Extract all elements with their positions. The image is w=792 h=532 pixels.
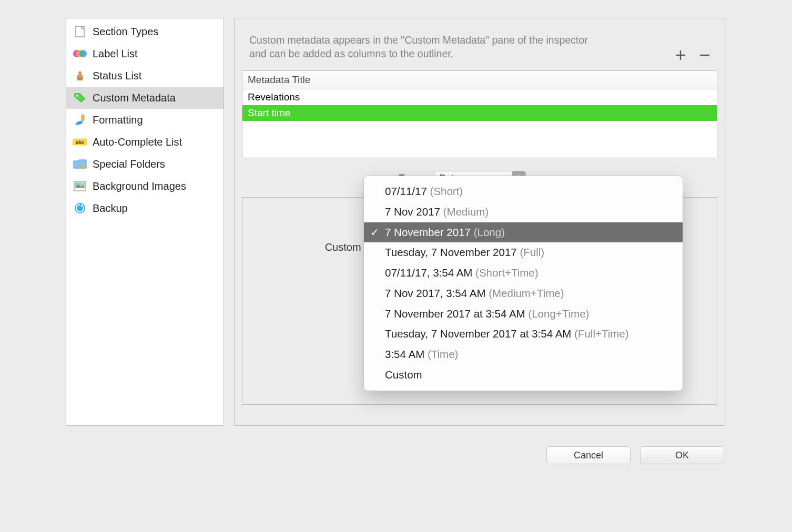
ok-button[interactable]: OK <box>640 446 724 464</box>
cancel-button[interactable]: Cancel <box>546 446 631 464</box>
dialog-footer: Cancel OK <box>53 438 739 472</box>
refresh-icon <box>73 202 87 214</box>
metadata-table-header[interactable]: Metadata Title <box>242 71 717 89</box>
overlapping-circles-icon <box>73 48 87 59</box>
svg-point-10 <box>82 183 84 185</box>
sidebar-item-status-list[interactable]: Status List <box>66 65 224 87</box>
paintbrush-icon <box>73 114 87 126</box>
sidebar-item-label: Custom Metadata <box>93 92 176 104</box>
sidebar-item-formatting[interactable]: Formatting <box>66 109 224 131</box>
format-dropdown-menu[interactable]: 07/11/17 (Short) 7 Nov 2017 (Medium) 7 N… <box>363 176 683 391</box>
category-sidebar: Section Types Label List Status List Cus… <box>66 18 224 426</box>
option-main: 7 November 2017 <box>385 226 471 238</box>
svg-point-3 <box>79 50 87 57</box>
option-suffix: (Short+Time) <box>472 267 538 279</box>
format-option-full[interactable]: Tuesday, 7 November 2017 (Full) <box>364 242 683 263</box>
add-metadata-button[interactable] <box>673 48 688 63</box>
option-suffix: (Full+Time) <box>571 328 628 340</box>
option-main: 7 Nov 2017 <box>385 206 440 218</box>
option-suffix: (Medium+Time) <box>485 287 564 299</box>
metadata-table-blank[interactable] <box>242 121 717 158</box>
sidebar-item-label-list[interactable]: Label List <box>66 43 224 65</box>
picture-icon <box>73 180 87 192</box>
sidebar-item-backup[interactable]: Backup <box>66 197 224 219</box>
option-suffix: (Time) <box>424 348 458 360</box>
format-option-custom[interactable]: Custom <box>364 365 683 385</box>
table-row[interactable]: Revelations <box>242 89 717 105</box>
format-option-medium[interactable]: 7 Nov 2017 (Medium) <box>364 202 683 222</box>
sidebar-item-label: Section Types <box>93 26 158 38</box>
option-main: Tuesday, 7 November 2017 <box>385 246 517 258</box>
option-main: 07/11/17 <box>385 185 427 197</box>
svg-point-4 <box>76 95 78 97</box>
option-main: 07/11/17, 3:54 AM <box>385 267 472 279</box>
remove-metadata-button[interactable] <box>697 48 712 63</box>
stamp-icon <box>73 70 87 81</box>
abc-icon: abc <box>73 136 87 148</box>
option-suffix: (Medium) <box>440 206 489 218</box>
option-main: 7 November 2017 at 3:54 AM <box>385 308 525 320</box>
sidebar-item-label: Special Folders <box>93 158 165 170</box>
format-option-full-time[interactable]: Tuesday, 7 November 2017 at 3:54 AM (Ful… <box>364 324 683 344</box>
main-intro-text: Custom metadata appears in the "Custom M… <box>235 18 603 66</box>
format-option-long-time[interactable]: 7 November 2017 at 3:54 AM (Long+Time) <box>364 304 683 324</box>
preferences-dialog: Section Types Label List Status List Cus… <box>0 0 792 532</box>
sidebar-item-custom-metadata[interactable]: Custom Metadata <box>66 87 224 109</box>
option-suffix: (Full) <box>517 246 544 258</box>
option-main: Custom <box>385 369 422 381</box>
option-suffix: (Long+Time) <box>525 308 590 320</box>
format-option-short[interactable]: 07/11/17 (Short) <box>364 181 683 202</box>
sidebar-item-label: Background Images <box>93 180 186 192</box>
metadata-title-table: Metadata Title Revelations Start time <box>242 70 717 158</box>
format-option-medium-time[interactable]: 7 Nov 2017, 3:54 AM (Medium+Time) <box>364 283 683 304</box>
format-option-time[interactable]: 3:54 AM (Time) <box>364 344 683 365</box>
sidebar-item-label: Auto-Complete List <box>93 136 182 148</box>
option-suffix: (Long) <box>471 226 505 238</box>
sidebar-item-label: Backup <box>93 202 128 214</box>
sidebar-item-label: Label List <box>93 48 138 60</box>
option-main: 3:54 AM <box>385 348 424 360</box>
sidebar-item-label: Formatting <box>93 114 143 126</box>
add-remove-controls <box>673 48 712 63</box>
option-main: 7 Nov 2017, 3:54 AM <box>385 287 485 299</box>
folder-star-icon <box>73 158 87 170</box>
sidebar-item-background-images[interactable]: Background Images <box>66 175 224 197</box>
page-icon <box>73 26 87 37</box>
table-row[interactable]: Start time <box>242 105 717 121</box>
sidebar-item-label: Status List <box>93 70 141 82</box>
svg-rect-5 <box>82 115 84 121</box>
format-option-long[interactable]: 7 November 2017 (Long) <box>364 222 683 243</box>
tag-icon <box>73 92 87 104</box>
sidebar-item-auto-complete-list[interactable]: abc Auto-Complete List <box>66 131 224 153</box>
svg-text:abc: abc <box>76 140 84 145</box>
dialog-body: Section Types Label List Status List Cus… <box>53 7 739 472</box>
option-main: Tuesday, 7 November 2017 at 3:54 AM <box>385 328 571 340</box>
format-option-short-time[interactable]: 07/11/17, 3:54 AM (Short+Time) <box>364 263 683 283</box>
sidebar-item-special-folders[interactable]: Special Folders <box>66 153 224 175</box>
sidebar-item-section-types[interactable]: Section Types <box>66 21 224 43</box>
option-suffix: (Short) <box>427 185 463 197</box>
